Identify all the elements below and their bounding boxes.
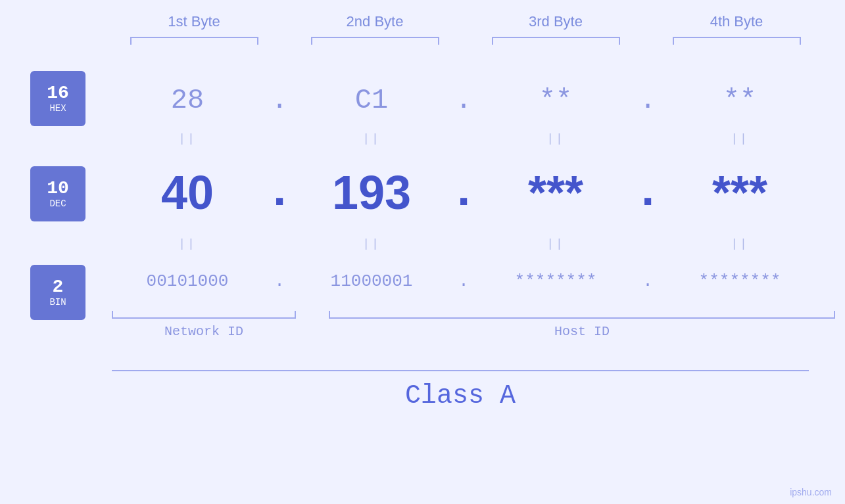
eq2-byte3: || <box>480 237 631 250</box>
bin-row: 00101000 . 11000001 . ******** . *******… <box>112 258 835 304</box>
dec-dot3: . <box>631 166 664 219</box>
bin-byte4: ******** <box>664 271 815 291</box>
bin-badge-number: 2 <box>53 277 64 298</box>
dec-byte3: *** <box>480 166 631 219</box>
bin-byte2: 11000001 <box>296 271 447 291</box>
eq1-byte4: || <box>664 132 815 145</box>
network-id-bracket-line <box>112 311 296 319</box>
dec-byte2: 193 <box>296 166 447 219</box>
hex-dot3: . <box>631 85 664 116</box>
hex-byte1: 28 <box>112 85 263 116</box>
hex-row: 28 . C1 . ** . ** <box>112 78 835 124</box>
bin-dot3: . <box>631 271 664 291</box>
bin-badge: 2 BIN <box>30 265 85 320</box>
top-brackets <box>104 37 827 45</box>
bracket-byte1 <box>130 37 258 45</box>
eq1-byte2: || <box>296 132 447 145</box>
bin-dot1: . <box>263 271 296 291</box>
network-id-bracket-wrap: Network ID <box>112 311 296 339</box>
bracket-byte3 <box>492 37 620 45</box>
hex-byte4: ** <box>664 85 815 116</box>
bin-byte1: 00101000 <box>112 271 263 291</box>
main-container: 1st Byte 2nd Byte 3rd Byte 4th Byte 16 H… <box>0 0 845 504</box>
equals-row-2: || || || || <box>112 232 835 255</box>
bin-dot2: . <box>447 271 480 291</box>
dec-dot2: . <box>447 166 480 219</box>
eq2-byte4: || <box>664 237 815 250</box>
dec-badge: 10 DEC <box>30 166 85 221</box>
bottom-brackets: Network ID Host ID <box>112 311 835 339</box>
hex-byte3: ** <box>480 85 631 116</box>
eq1-byte1: || <box>112 132 263 145</box>
hex-dot1: . <box>263 85 296 116</box>
hex-byte2: C1 <box>296 85 447 116</box>
host-id-bracket-wrap: Host ID <box>329 311 835 339</box>
dec-byte1: 40 <box>112 166 263 219</box>
eq2-byte1: || <box>112 237 263 250</box>
hex-badge: 16 HEX <box>30 71 85 126</box>
hex-dot2: . <box>447 85 480 116</box>
watermark: ipshu.com <box>790 487 832 497</box>
byte3-header: 3rd Byte <box>480 13 631 30</box>
class-label: Class A <box>112 381 809 411</box>
dec-badge-number: 10 <box>47 179 69 199</box>
byte2-header: 2nd Byte <box>299 13 450 30</box>
network-id-label: Network ID <box>112 324 296 339</box>
bracket-byte2 <box>311 37 439 45</box>
content-area: 16 HEX 28 . C1 . ** . ** || || || || 10 … <box>0 64 845 504</box>
host-id-bracket-line <box>329 311 835 319</box>
class-bar: Class A <box>112 370 809 411</box>
hex-badge-number: 16 <box>47 83 69 104</box>
byte4-header: 4th Byte <box>661 13 812 30</box>
eq1-byte3: || <box>480 132 631 145</box>
bin-byte3: ******** <box>480 271 631 291</box>
bin-badge-label: BIN <box>49 297 66 308</box>
dec-row: 40 . 193 . *** . *** <box>112 156 835 229</box>
host-id-label: Host ID <box>329 324 835 339</box>
equals-row-1: || || || || <box>112 127 835 150</box>
byte1-header: 1st Byte <box>118 13 270 30</box>
class-line <box>112 370 809 371</box>
dec-dot1: . <box>263 166 296 219</box>
dec-byte4: *** <box>664 166 815 219</box>
bracket-byte4 <box>673 37 801 45</box>
byte-headers: 1st Byte 2nd Byte 3rd Byte 4th Byte <box>104 13 827 30</box>
dec-badge-label: DEC <box>49 198 66 209</box>
hex-badge-label: HEX <box>49 103 66 114</box>
eq2-byte2: || <box>296 237 447 250</box>
